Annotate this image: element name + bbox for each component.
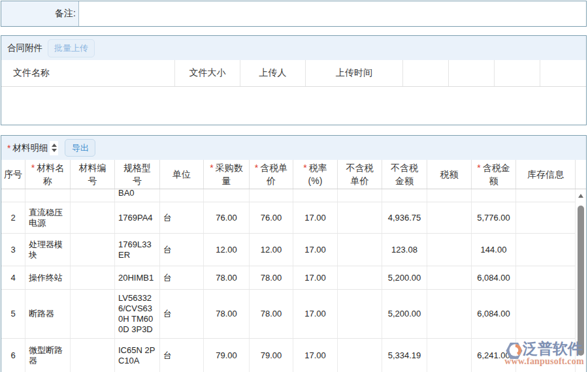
cell-unit_price[interactable] [250, 189, 293, 202]
attachments-column-header-7[interactable] [540, 60, 586, 86]
cell-name[interactable]: 操作终站 [25, 266, 71, 289]
cell-tax_rate[interactable]: 17.00 [293, 339, 338, 372]
cell-unit_price[interactable]: 79.00 [250, 339, 293, 372]
cell-amount_ex_tax[interactable] [382, 189, 427, 202]
cell-name[interactable]: 微型断路 器 [25, 339, 71, 372]
cell-tax_amount[interactable] [427, 266, 472, 289]
materials-column-header-5[interactable]: *采购数 量 [204, 160, 250, 189]
cell-stock[interactable] [516, 189, 576, 202]
cell-tax_amount[interactable] [427, 339, 472, 372]
cell-name[interactable]: 直流稳压 电源 [25, 202, 71, 233]
cell-unit_price[interactable]: 78.00 [250, 290, 293, 338]
cell-unit[interactable]: 台 [160, 202, 204, 233]
cell-amount_ex_tax[interactable]: 5,334.19 [382, 339, 427, 372]
cell-spec[interactable]: LV56332 6/CVS63 0H TM60 0D 3P3D [115, 290, 160, 338]
cell-qty[interactable]: 78.00 [204, 290, 250, 338]
cell-amount_inc_tax[interactable]: 6,084.00 [472, 266, 516, 289]
cell-amount_ex_tax[interactable]: 4,936.75 [382, 202, 427, 233]
cell-spec[interactable]: 1769L33 ER [115, 234, 160, 266]
cell-amount_inc_tax[interactable]: 6,084.00 [472, 290, 516, 338]
cell-amount_ex_tax[interactable]: 5,200.00 [382, 266, 427, 289]
spin-arrows-icon[interactable] [50, 141, 58, 155]
cell-amount_inc_tax[interactable]: 5,776.00 [472, 202, 516, 233]
cell-unit[interactable]: 台 [160, 234, 204, 266]
cell-tax_rate[interactable]: 17.00 [293, 234, 338, 266]
cell-unit_price[interactable]: 76.00 [250, 202, 293, 233]
cell-no[interactable]: 4 [1, 266, 25, 289]
cell-code[interactable] [71, 290, 115, 338]
materials-column-header-11[interactable]: *含税金 额 [472, 160, 516, 189]
cell-qty[interactable]: 76.00 [204, 202, 250, 233]
materials-column-header-3[interactable]: 规格型 号 [115, 160, 160, 189]
cell-price_ex_tax[interactable] [338, 189, 382, 202]
cell-tax_amount[interactable] [427, 234, 472, 266]
cell-qty[interactable]: 78.00 [204, 266, 250, 289]
cell-no[interactable]: 5 [1, 290, 25, 338]
cell-name[interactable]: 处理器模 块 [25, 234, 71, 266]
cell-tax_amount[interactable] [427, 290, 472, 338]
materials-column-header-10[interactable]: 税额 [427, 160, 472, 189]
cell-unit_price[interactable]: 12.00 [250, 234, 293, 266]
cell-price_ex_tax[interactable] [338, 290, 382, 338]
attachments-column-header-3[interactable]: 上传时间 [306, 60, 403, 86]
cell-no[interactable] [1, 189, 25, 202]
cell-price_ex_tax[interactable] [338, 202, 382, 233]
scrollbar-thumb[interactable] [578, 206, 584, 356]
cell-code[interactable] [71, 266, 115, 289]
cell-unit[interactable]: 台 [160, 339, 204, 372]
attachments-column-header-5[interactable] [449, 60, 495, 86]
cell-no[interactable]: 3 [1, 234, 25, 266]
cell-code[interactable] [71, 234, 115, 266]
cell-no[interactable]: 6 [1, 339, 25, 372]
batch-upload-button[interactable]: 批量上传 [48, 39, 95, 57]
cell-stock[interactable] [516, 202, 576, 233]
cell-stock[interactable] [516, 234, 576, 266]
materials-column-header-8[interactable]: 不含税 单价 [338, 160, 382, 189]
cell-spec[interactable]: 20HIMB1 [115, 266, 160, 289]
cell-stock[interactable] [516, 290, 576, 338]
materials-column-header-0[interactable]: 序号 [1, 160, 25, 189]
materials-column-header-2[interactable]: 材料编 号 [71, 160, 115, 189]
cell-unit[interactable] [160, 189, 204, 202]
cell-amount_ex_tax[interactable]: 5,200.00 [382, 290, 427, 338]
cell-price_ex_tax[interactable] [338, 266, 382, 289]
cell-unit_price[interactable]: 78.00 [250, 266, 293, 289]
cell-price_ex_tax[interactable] [338, 234, 382, 266]
cell-name[interactable] [25, 189, 71, 202]
remark-input[interactable] [79, 1, 586, 26]
attachments-column-header-0[interactable]: 文件名称 [1, 60, 175, 86]
attachments-column-header-2[interactable]: 上传人 [240, 60, 306, 86]
cell-qty[interactable] [204, 189, 250, 202]
materials-column-header-9[interactable]: 不含税 金额 [382, 160, 427, 189]
cell-no[interactable]: 2 [1, 202, 25, 233]
cell-tax_amount[interactable] [427, 202, 472, 233]
cell-tax_rate[interactable]: 17.00 [293, 202, 338, 233]
attachments-column-header-4[interactable] [403, 60, 449, 86]
cell-spec[interactable]: IC65N 2P C10A [115, 339, 160, 372]
cell-code[interactable] [71, 189, 115, 202]
cell-tax_rate[interactable] [293, 189, 338, 202]
cell-qty[interactable]: 12.00 [204, 234, 250, 266]
cell-name[interactable]: 断路器 [25, 290, 71, 338]
cell-amount_inc_tax[interactable] [472, 189, 516, 202]
attachments-column-header-1[interactable]: 文件大小 [175, 60, 240, 86]
cell-amount_ex_tax[interactable]: 123.08 [382, 234, 427, 266]
cell-stock[interactable] [516, 266, 576, 289]
materials-column-header-6[interactable]: *含税单 价 [250, 160, 293, 189]
cell-tax_rate[interactable]: 17.00 [293, 290, 338, 338]
cell-code[interactable] [71, 339, 115, 372]
cell-price_ex_tax[interactable] [338, 339, 382, 372]
cell-tax_amount[interactable] [427, 189, 472, 202]
cell-code[interactable] [71, 202, 115, 233]
materials-column-header-4[interactable]: 单位 [160, 160, 204, 189]
export-button[interactable]: 导出 [65, 139, 95, 157]
cell-tax_rate[interactable]: 17.00 [293, 266, 338, 289]
cell-spec[interactable]: BA0 [115, 189, 160, 202]
cell-unit[interactable]: 台 [160, 290, 204, 338]
materials-column-header-12[interactable]: 库存信息 [516, 160, 576, 189]
attachments-column-header-6[interactable] [495, 60, 540, 86]
cell-spec[interactable]: 1769PA4 [115, 202, 160, 233]
materials-column-header-1[interactable]: *材料名 称 [25, 160, 71, 189]
scroll-up-arrow-icon[interactable] [578, 194, 583, 198]
cell-amount_inc_tax[interactable]: 144.00 [472, 234, 516, 266]
